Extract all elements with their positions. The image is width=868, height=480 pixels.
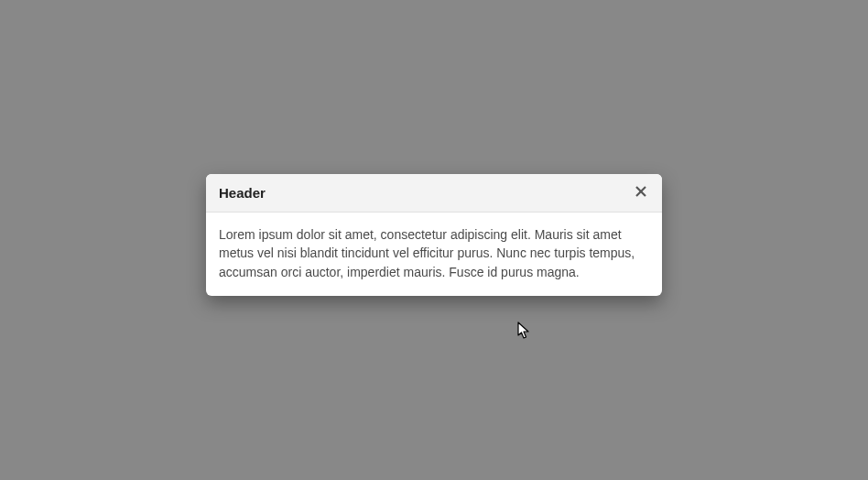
close-icon (635, 185, 647, 201)
dialog-title: Header (219, 185, 266, 201)
dialog: Header Lorem ipsum dolor sit amet, conse… (206, 174, 662, 296)
cursor-icon (517, 322, 532, 344)
close-button[interactable] (633, 183, 649, 202)
dialog-body: Lorem ipsum dolor sit amet, consectetur … (206, 213, 662, 296)
dialog-header: Header (206, 174, 662, 213)
